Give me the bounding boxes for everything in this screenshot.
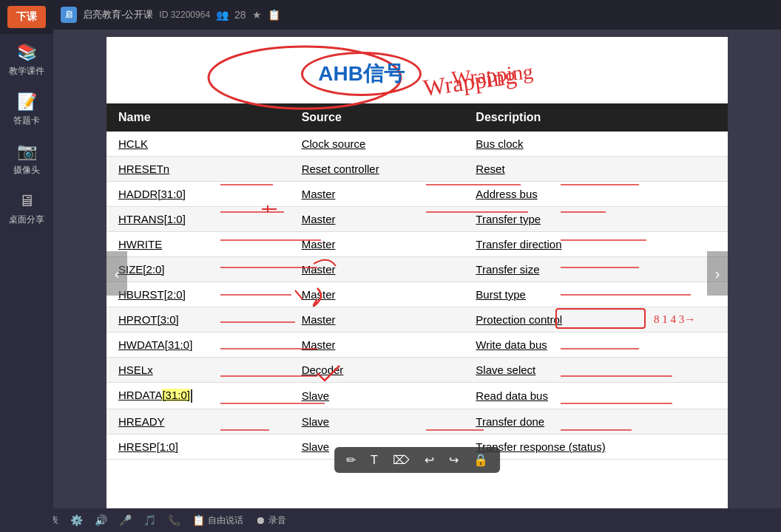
sidebar-item-datika[interactable]: 📝 答题卡 — [0, 83, 53, 133]
freetext-icon: 📋 — [192, 514, 205, 526]
sidebar-item-camera-label: 摄像头 — [13, 164, 40, 177]
cell-source: Master — [290, 257, 464, 282]
col-header-source: Source — [290, 103, 464, 132]
table-row: HWDATA[31:0]MasterWrite data bus — [106, 332, 728, 358]
nav-arrow-right[interactable]: › — [707, 251, 728, 296]
table-row: HBURST[2:0]MasterBurst type — [106, 282, 728, 307]
freetext-label: 自由说话 — [208, 514, 243, 527]
toolbar-undo-button[interactable]: ↩ — [419, 450, 440, 470]
slide-toolbar: ✏ T ⌦ ↩ ↪ 🔒 — [334, 447, 500, 473]
cell-source: Master — [290, 282, 464, 307]
cell-description: Transfer response (status) — [464, 434, 728, 460]
topbar-logo: 启 — [61, 7, 77, 23]
toolbar-text-button[interactable]: T — [365, 450, 384, 470]
table-row: HCLKClock sourceBus clock — [106, 132, 728, 157]
table-row: HRESETnReset controllerReset — [106, 157, 728, 182]
table-row: HRDATA[31:0]SlaveRead data bus — [106, 383, 728, 409]
status-record[interactable]: ⏺ 录音 — [255, 514, 286, 527]
slide-area: Wrapping 8 1 4 3→ — [106, 37, 728, 510]
status-mic[interactable]: 🎤 — [119, 514, 132, 526]
cell-description: Slave select — [464, 358, 728, 383]
cell-source: Clock source — [290, 132, 464, 157]
cell-name: HRESP[1:0] — [106, 434, 290, 460]
table-row: SIZE[2:0]MasterTransfer size — [106, 257, 728, 282]
status-settings[interactable]: ⚙️ — [70, 514, 83, 526]
handwriting-text: Wrapping — [450, 57, 535, 92]
table-row: HSELxDecoderSlave select — [106, 358, 728, 383]
cell-source: Master — [290, 207, 464, 232]
table-row: HPROT[3:0]MasterProtection control — [106, 307, 728, 332]
wrapping-label: Wrapping — [450, 60, 534, 90]
cell-name: HTRANS[1:0] — [106, 207, 290, 232]
info-icon: 📋 — [268, 9, 280, 21]
slide-header: AHB信号 Wrapping — [106, 37, 728, 103]
table-row: HREADYSlaveTransfer done — [106, 409, 728, 434]
record-icon: ⏺ — [255, 514, 266, 526]
sidebar-item-desktop-label: 桌面分享 — [9, 214, 44, 226]
record-label: 录音 — [268, 514, 286, 527]
music-icon: 🎵 — [143, 514, 156, 526]
star-icon: ★ — [252, 9, 262, 21]
volume-icon: 🔊 — [95, 514, 107, 526]
toolbar-lock-button[interactable]: 🔒 — [467, 450, 494, 470]
sidebar: 下课 📚 教学课件 📝 答题卡 📷 摄像头 🖥 桌面分享 — [0, 0, 53, 532]
cell-description: Protection control — [464, 307, 728, 332]
camera-icon: 📷 — [17, 142, 37, 161]
user-count: 28 — [234, 9, 246, 21]
table-row: HWRITEMasterTransfer direction — [106, 232, 728, 257]
cell-source: Master — [290, 307, 464, 332]
cell-source: Slave — [290, 409, 464, 434]
kejian-icon: 📚 — [17, 43, 37, 62]
topbar-id: ID 32200964 — [159, 10, 210, 20]
cell-description: Transfer direction — [464, 232, 728, 257]
cell-name: SIZE[2:0] — [106, 257, 290, 282]
ahb-table: Name Source Description HCLKClock source… — [106, 103, 728, 460]
mic-icon: 🎤 — [119, 514, 132, 526]
status-freetext[interactable]: 📋 自由说话 — [192, 514, 243, 527]
cell-name: HRESETn — [106, 157, 290, 182]
cell-description: Transfer done — [464, 409, 728, 434]
ahb-text: AHB — [318, 62, 363, 85]
xiake-button[interactable]: 下课 — [7, 6, 46, 28]
cell-name: HCLK — [106, 132, 290, 157]
settings-icon: ⚙️ — [70, 514, 83, 526]
sidebar-item-kejian[interactable]: 📚 教学课件 — [0, 34, 53, 83]
col-header-name: Name — [106, 103, 290, 132]
cell-name: HWDATA[31:0] — [106, 332, 290, 358]
toolbar-redo-button[interactable]: ↪ — [443, 450, 464, 470]
cell-description: Transfer size — [464, 257, 728, 282]
cell-name: HADDR[31:0] — [106, 182, 290, 207]
topbar-icons: 👥 28 ★ 📋 — [216, 9, 280, 21]
main-content: Wrapping 8 1 4 3→ — [53, 30, 781, 532]
sidebar-top-bar: 下课 — [0, 0, 53, 34]
nav-arrow-left[interactable]: ‹ — [106, 251, 127, 296]
signal-text: 信号 — [363, 62, 405, 85]
cell-source: Master — [290, 182, 464, 207]
table-row: HTRANS[1:0]MasterTransfer type — [106, 207, 728, 232]
cell-name: HREADY — [106, 409, 290, 434]
status-music[interactable]: 🎵 — [143, 514, 156, 526]
table-header-row: Name Source Description — [106, 103, 728, 132]
cell-description: Address bus — [464, 182, 728, 207]
status-volume[interactable]: 🔊 — [95, 514, 107, 526]
col-header-description: Description — [464, 103, 728, 132]
cell-description: Read data bus — [464, 383, 728, 409]
toolbar-eraser-button[interactable]: ⌦ — [387, 450, 416, 470]
cell-name: HSELx — [106, 358, 290, 383]
sidebar-item-desktop[interactable]: 🖥 桌面分享 — [0, 183, 53, 232]
topbar: 启 启亮教育-公开课 ID 32200964 👥 28 ★ 📋 — [53, 0, 781, 30]
status-phone[interactable]: 📞 — [168, 514, 180, 526]
cell-description: Bus clock — [464, 132, 728, 157]
table-row: HADDR[31:0]MasterAddress bus — [106, 182, 728, 207]
sidebar-item-kejian-label: 教学课件 — [9, 65, 44, 78]
cell-source: Slave — [290, 383, 464, 409]
cell-source: Master — [290, 232, 464, 257]
topbar-title: 启亮教育-公开课 — [83, 8, 153, 21]
toolbar-pen-button[interactable]: ✏ — [340, 450, 362, 470]
desktop-icon: 🖥 — [18, 191, 35, 211]
sidebar-item-camera[interactable]: 📷 摄像头 — [0, 133, 53, 183]
phone-icon: 📞 — [168, 514, 180, 526]
cell-source: Reset controller — [290, 157, 464, 182]
cell-description: Transfer type — [464, 207, 728, 232]
cell-source: Decoder — [290, 358, 464, 383]
